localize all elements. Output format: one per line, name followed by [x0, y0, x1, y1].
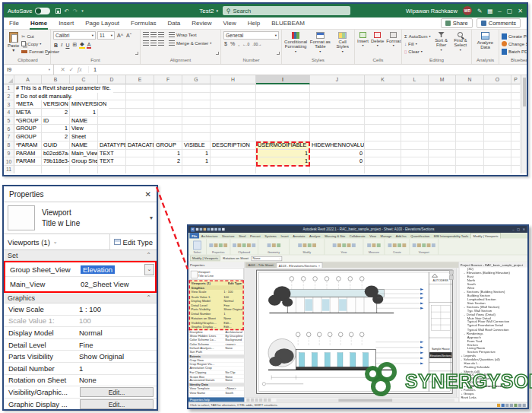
cancel-icon[interactable]: ✕ [60, 66, 65, 73]
property-value[interactable]: South [225, 391, 244, 395]
property-value[interactable]: Edit... [223, 325, 242, 329]
insert-cells-button[interactable]: Insert▾ [357, 31, 369, 48]
cell[interactable] [182, 109, 211, 117]
column-header-K[interactable]: K [365, 75, 401, 84]
cell[interactable] [98, 93, 126, 101]
cell[interactable] [126, 125, 154, 133]
cell[interactable] [511, 109, 521, 117]
cell[interactable] [365, 150, 401, 158]
cell[interactable]: PARAM [14, 150, 42, 158]
create-pdf-button[interactable]: Create PDF [502, 33, 527, 40]
row-header-2[interactable]: 2 [4, 93, 14, 101]
cell[interactable] [484, 117, 511, 125]
tool-icon[interactable] [427, 243, 431, 247]
cell[interactable] [429, 117, 456, 125]
tool-icon[interactable] [219, 243, 223, 247]
delete-cells-button[interactable]: Delete▾ [371, 31, 384, 48]
number-format-select[interactable]: General▾ [223, 31, 279, 40]
tool-icon[interactable] [252, 243, 255, 247]
select-all-corner[interactable] [4, 75, 14, 84]
ribbon-tab-steel[interactable]: Steel [236, 233, 248, 239]
cell[interactable] [211, 93, 256, 101]
steering-wheel-icon[interactable] [449, 270, 454, 275]
column-header-I[interactable]: I [256, 75, 310, 84]
ribbon-tab-annotate[interactable]: Annotate [290, 233, 307, 239]
column-header-M[interactable]: M [429, 75, 456, 84]
cell[interactable]: *META [14, 100, 42, 109]
cell[interactable]: Main_View [70, 150, 98, 158]
dialog-launcher-icon[interactable] [277, 52, 280, 55]
tool-icon[interactable] [307, 243, 311, 247]
vertical-scrollbar[interactable] [521, 75, 527, 173]
column-header-B[interactable]: B [42, 75, 70, 84]
align-left-icon[interactable] [143, 40, 149, 46]
cell[interactable] [310, 117, 365, 125]
tool-icon[interactable] [298, 243, 302, 247]
cell[interactable] [154, 109, 182, 117]
sun-icon[interactable] [259, 399, 262, 402]
cell[interactable]: 1 [42, 125, 70, 133]
column-header-D[interactable]: D [98, 75, 126, 84]
qat-more-icon[interactable]: ▾ [81, 8, 84, 13]
title-dropdown-icon[interactable]: ▾ [216, 8, 218, 13]
cell[interactable] [154, 166, 182, 173]
cell[interactable] [154, 93, 182, 101]
row-header-5[interactable]: 5 [4, 117, 14, 125]
row-header-10[interactable]: 10 [4, 157, 14, 166]
row-header-9[interactable]: 9 [4, 150, 14, 158]
pencil-icon[interactable]: ✎ [477, 8, 482, 14]
section-header-set[interactable]: Set [8, 252, 18, 259]
property-value[interactable]: None [77, 376, 157, 384]
cell[interactable] [310, 133, 365, 141]
cell[interactable] [456, 100, 484, 109]
cell[interactable] [456, 150, 484, 158]
status-icons[interactable] [497, 404, 526, 407]
type-selector[interactable]: Viewport Title w Line ▾ [4, 202, 157, 234]
cell[interactable] [484, 150, 511, 158]
cell[interactable] [365, 157, 401, 166]
cell[interactable] [484, 125, 511, 133]
column-header-N[interactable]: N [456, 75, 484, 84]
view-tab[interactable]: A103 - Elevations/Sections× [276, 262, 322, 268]
cell[interactable]: 2 [154, 157, 182, 166]
cell[interactable] [401, 133, 429, 141]
cell[interactable] [98, 166, 126, 173]
column-header-A[interactable]: A [14, 75, 42, 84]
cell[interactable] [511, 84, 521, 93]
cell[interactable] [429, 109, 456, 117]
align-top-icon[interactable] [143, 32, 149, 37]
dialog-launcher-icon[interactable] [135, 52, 138, 55]
user-name[interactable]: Wipawan Rachkaew [406, 8, 458, 14]
cell[interactable] [98, 117, 126, 125]
cell[interactable] [429, 150, 456, 158]
cell[interactable] [256, 93, 310, 101]
property-value[interactable]: Architectural [225, 330, 244, 334]
cell[interactable] [310, 166, 365, 173]
cell[interactable] [126, 166, 154, 173]
cell[interactable] [365, 125, 401, 133]
view-cube-icon[interactable] [449, 275, 454, 280]
close-button[interactable]: ✕ [523, 227, 526, 231]
cell[interactable] [42, 166, 70, 173]
ribbon-tab-analyze[interactable]: Analyze [307, 233, 322, 239]
cell[interactable] [365, 117, 401, 125]
cell[interactable] [511, 133, 521, 141]
cell[interactable] [182, 133, 211, 141]
cell[interactable]: TEXT [98, 150, 126, 158]
row-header-1[interactable]: 1 [4, 84, 14, 93]
save-icon[interactable] [55, 8, 61, 14]
cell[interactable] [182, 117, 211, 125]
ribbon-tab-modify-viewports[interactable]: Modify | Viewports [470, 233, 501, 239]
find-select-button[interactable]: Find & Select▾ [452, 31, 469, 52]
insert-function-button[interactable]: fx [78, 66, 81, 73]
cell[interactable] [126, 109, 154, 117]
autosave-toggle[interactable]: AutoSave [8, 8, 50, 14]
cell[interactable] [484, 133, 511, 141]
ribbon-tab-quantification[interactable]: Quantification [409, 233, 432, 239]
cell[interactable]: 1 [154, 150, 182, 158]
cell[interactable] [456, 117, 484, 125]
cell[interactable] [126, 84, 154, 93]
tool-icon[interactable] [402, 243, 406, 247]
cell[interactable] [401, 93, 429, 101]
property-value[interactable]: By Discipline [225, 335, 244, 338]
